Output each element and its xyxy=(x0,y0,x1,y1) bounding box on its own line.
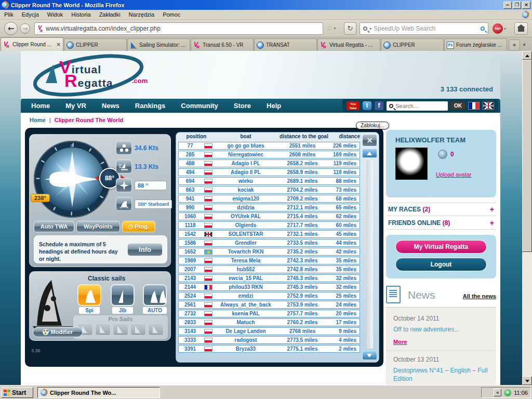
browser-tab[interactable]: TRANSAT xyxy=(254,38,317,51)
sail-angle-value[interactable]: 150° Starboard xyxy=(135,200,172,209)
table-row[interactable]: 1652 Tovaritch RKN 2735.2 miles 42 miles xyxy=(178,248,360,256)
browser-tab[interactable]: Clipper Round ... × xyxy=(1,37,63,51)
adblock-caret-icon[interactable]: ▾ xyxy=(504,26,506,31)
table-row[interactable]: 488 Adagio I PL 2658.2 miles 119 miles xyxy=(178,159,360,167)
bookmark-star-icon[interactable]: ☆ xyxy=(326,24,333,32)
menu-item[interactable]: Zakładki xyxy=(95,10,125,19)
scrollbar-thumb[interactable] xyxy=(522,60,532,252)
table-row[interactable]: 990 dzidzia 2712.1 miles 65 miles xyxy=(178,204,360,211)
nav-item-news[interactable]: News xyxy=(102,102,119,110)
nav-item-store[interactable]: Store xyxy=(234,102,251,110)
english-flag-icon[interactable] xyxy=(483,102,494,110)
menu-item[interactable]: Edycja xyxy=(18,10,43,19)
minimize-button[interactable]: ‒ xyxy=(503,2,512,9)
close-leaderboard-icon[interactable]: × xyxy=(362,134,377,147)
taskbar-task-button[interactable]: Clipper Round The Wo... xyxy=(37,387,160,398)
back-button[interactable]: ← xyxy=(4,22,18,35)
french-flag-icon[interactable] xyxy=(468,102,480,110)
search-go-icon[interactable] xyxy=(481,26,485,31)
block-flash-button[interactable]: Zablokuj... xyxy=(356,122,389,129)
upload-avatar-link[interactable]: Upload avatar xyxy=(436,171,472,178)
site-logo[interactable]: Virtual Regatta .com xyxy=(30,52,155,98)
facebook-icon[interactable]: f xyxy=(375,101,383,110)
restore-button[interactable]: ❐ xyxy=(513,2,521,9)
table-row[interactable]: 2732 ksenia PAL 2757.7 miles 20 miles xyxy=(178,310,360,317)
tab-close-icon[interactable]: × xyxy=(57,42,61,47)
table-row[interactable]: 694 wieku 2689.1 miles 88 miles xyxy=(178,177,360,185)
expand-friends-icon[interactable]: + xyxy=(490,219,494,227)
my-races-row[interactable]: MY RACES (2) + xyxy=(386,203,496,216)
table-row[interactable]: 3333 radogost 2773.5 miles 4 miles xyxy=(178,336,360,344)
auto-twa-button[interactable]: Auto TWA xyxy=(34,221,74,232)
table-row[interactable]: 1989 Teresa Mela 2742.3 miles 35 miles xyxy=(178,257,360,264)
browser-search-input[interactable] xyxy=(374,25,478,32)
logout-button[interactable]: Logout xyxy=(395,258,487,271)
table-row[interactable]: 285 Nieregatowiec 2608 miles 169 miles xyxy=(178,151,360,158)
close-button[interactable]: × xyxy=(522,2,530,9)
table-row[interactable]: 3143 De Lage Landen 2768 miles 9 miles xyxy=(178,327,360,335)
table-row[interactable]: 1586 Grendler 2733.5 miles 44 miles xyxy=(178,239,360,247)
reload-button[interactable]: ↻ xyxy=(344,22,356,35)
table-row[interactable]: 2143 ewcia_15 PAL 2745.3 miles 32 miles xyxy=(178,274,360,282)
breadcrumb-home[interactable]: Home xyxy=(30,117,46,123)
adblock-button[interactable]: ABP ▾ xyxy=(493,23,510,34)
home-button[interactable] xyxy=(514,22,528,35)
browser-tab[interactable]: Sailing Simulator: ... xyxy=(127,38,190,51)
all-the-news-link[interactable]: All the news xyxy=(463,293,496,299)
menu-item[interactable]: Plik xyxy=(0,10,18,19)
table-row[interactable]: 77 go go go blues 2551 miles 226 miles xyxy=(178,142,360,150)
menu-item[interactable]: Historia xyxy=(67,10,95,19)
browser-tab[interactable]: Virtual Regatta - ... xyxy=(317,38,380,51)
table-row[interactable]: 2561 Always_at_the_back 2753.9 miles 24 … xyxy=(178,301,360,309)
news-link[interactable]: Destopnews N°41 – English – Full Edition xyxy=(393,366,489,383)
scrollbar-down-button[interactable] xyxy=(522,376,532,385)
info-button[interactable]: Info xyxy=(127,243,163,256)
table-row[interactable]: 863 kociak 2704.2 miles 73 miles xyxy=(178,186,360,194)
table-row[interactable]: 494 Adagio II PL 2658.9 miles 119 miles xyxy=(178,168,360,176)
table-row[interactable]: 2144 philou33 RKN 2745.3 miles 32 miles xyxy=(178,283,360,291)
heading-input[interactable]: 88 ° xyxy=(135,181,167,190)
auto-sail-button[interactable] xyxy=(143,284,167,306)
site-search-input[interactable] xyxy=(395,103,445,109)
nav-item-my-vr[interactable]: My VR xyxy=(65,102,86,110)
expand-my-races-icon[interactable]: + xyxy=(490,205,494,214)
url-bar[interactable]: VR www.virtualregatta.com/index_clipper.… xyxy=(34,22,323,35)
nav-item-home[interactable]: Home xyxy=(31,102,50,110)
nav-item-community[interactable]: Community xyxy=(181,102,218,110)
table-row[interactable]: 3391 Bryza33 2775.1 miles 2 miles xyxy=(178,345,360,353)
table-row[interactable]: 1060 OYUtek PAL 2715.4 miles 62 miles xyxy=(178,212,360,220)
heading-decrease-arrow-icon[interactable] xyxy=(95,175,99,181)
browser-scrollbar[interactable] xyxy=(522,51,532,385)
start-button[interactable]: Start xyxy=(1,387,33,398)
site-search-box[interactable] xyxy=(387,101,448,111)
scroll-up-icon[interactable] xyxy=(362,149,377,158)
bookmark-controls[interactable]: ☆ ▾ xyxy=(326,24,336,32)
waypoints-button[interactable]: WayPoints xyxy=(76,221,120,232)
browser-tab[interactable]: CLIPPER xyxy=(64,38,127,51)
tray-chevron-button[interactable]: « xyxy=(494,389,501,396)
scroll-track[interactable] xyxy=(366,160,373,349)
table-row[interactable]: 1542 SOLENTSTAR 2732.1 miles 45 miles xyxy=(178,230,360,238)
bookmark-caret-icon[interactable]: ▾ xyxy=(334,26,336,31)
jib-sail-button[interactable] xyxy=(111,284,135,306)
my-virtual-regatta-button[interactable]: My Virtual Regatta xyxy=(395,240,487,254)
search-ok-button[interactable]: OK xyxy=(451,102,465,110)
browser-tab[interactable]: Fz Forum żeglarskie ... xyxy=(444,38,507,51)
table-row[interactable]: 2524 emdzi 2752.9 miles 25 miles xyxy=(178,292,360,300)
prog-button[interactable]: Prog. xyxy=(122,221,155,232)
table-row[interactable]: 941 enigma120 2709.2 miles 68 miles xyxy=(178,195,360,203)
spi-sail-button[interactable] xyxy=(77,284,101,306)
news-link[interactable]: Off to new adventures... xyxy=(393,325,489,334)
browser-tab[interactable]: CLIPPER xyxy=(381,38,444,51)
youtube-icon[interactable]: YouTube xyxy=(347,101,360,110)
twitter-icon[interactable]: t xyxy=(363,101,371,110)
menu-item[interactable]: Widok xyxy=(43,10,68,19)
table-row[interactable]: 2007 hub552 2742.8 miles 35 miles xyxy=(178,265,360,273)
browser-search-box[interactable]: ▾ xyxy=(360,22,488,35)
scroll-down-icon[interactable] xyxy=(362,351,377,360)
browser-tab[interactable]: Transat 6.50 - VR xyxy=(191,38,254,51)
nav-item-help[interactable]: Help xyxy=(267,102,281,110)
nav-item-rankings[interactable]: Rankings xyxy=(135,102,166,110)
update-tray-icon[interactable] xyxy=(504,389,511,396)
news-more-link[interactable]: More xyxy=(393,339,407,345)
